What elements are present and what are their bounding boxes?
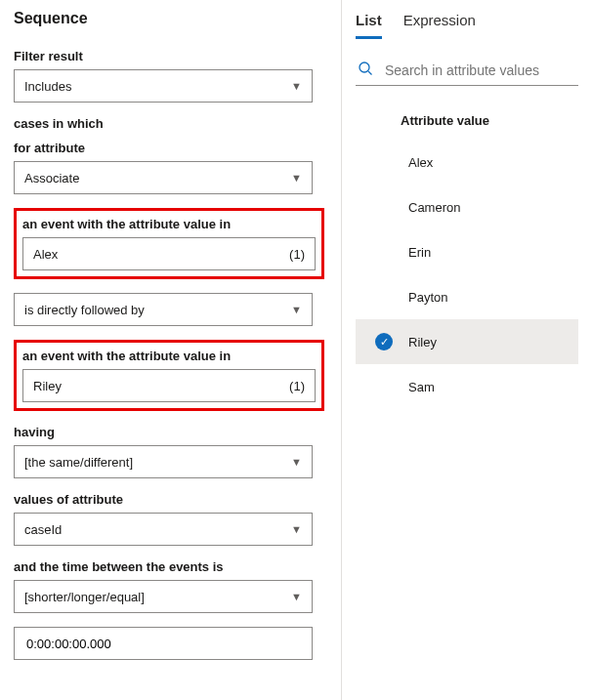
panel-title: Sequence: [14, 10, 327, 27]
check-icon: [375, 153, 393, 171]
chevron-down-icon: ▼: [291, 456, 302, 468]
chevron-down-icon: ▼: [291, 80, 302, 92]
check-icon: [375, 288, 393, 306]
for-attribute-select[interactable]: Associate ▼: [14, 161, 313, 194]
event1-group: an event with the attribute value in Ale…: [14, 208, 324, 279]
tab-expression[interactable]: Expression: [403, 10, 476, 39]
tab-list[interactable]: List: [356, 10, 382, 39]
cases-label: cases in which: [14, 116, 327, 131]
svg-point-0: [359, 62, 369, 72]
search-input[interactable]: [383, 62, 576, 79]
filter-result-value: Includes: [24, 79, 71, 94]
attribute-item-label: Sam: [408, 380, 435, 394]
attribute-item-label: Erin: [408, 245, 431, 260]
values-attr-select[interactable]: caseId ▼: [14, 513, 313, 546]
attribute-item[interactable]: Payton: [356, 274, 578, 319]
tabs: List Expression: [356, 10, 578, 39]
attribute-item[interactable]: Cameron: [356, 185, 578, 229]
attribute-item[interactable]: Alex: [356, 140, 578, 185]
time-op-select[interactable]: [shorter/longer/equal] ▼: [14, 580, 313, 613]
event1-count: (1): [289, 247, 305, 262]
time-input-wrapper: [14, 627, 313, 660]
event2-select[interactable]: Riley (1): [22, 369, 316, 402]
event2-group: an event with the attribute value in Ril…: [14, 340, 324, 411]
having-select[interactable]: [the same/different] ▼: [14, 445, 313, 478]
check-icon: [375, 378, 393, 395]
time-label: and the time between the events is: [14, 559, 327, 574]
time-op-value: [shorter/longer/equal]: [24, 590, 145, 604]
event2-value: Riley: [33, 379, 62, 393]
attribute-item-label: Alex: [408, 155, 433, 170]
check-icon: [375, 243, 393, 261]
having-value: [the same/different]: [24, 455, 133, 470]
attribute-item-label: Payton: [408, 290, 447, 305]
attribute-item[interactable]: Erin: [356, 229, 578, 274]
followed-by-select[interactable]: is directly followed by ▼: [14, 293, 313, 326]
check-icon: [375, 198, 393, 216]
event1-label: an event with the attribute value in: [22, 217, 316, 231]
check-icon: ✓: [375, 333, 393, 350]
values-attr-label: values of attribute: [14, 492, 327, 507]
attribute-item-label: Cameron: [408, 200, 460, 215]
search-row: [356, 55, 578, 86]
for-attribute-label: for attribute: [14, 141, 327, 155]
filter-result-label: Filter result: [14, 49, 327, 63]
sequence-panel: Sequence Filter result Includes ▼ cases …: [0, 0, 342, 700]
attribute-item[interactable]: ✓Riley: [356, 319, 578, 364]
event1-value: Alex: [33, 247, 58, 262]
chevron-down-icon: ▼: [291, 591, 302, 602]
search-icon: [358, 61, 373, 79]
values-attr-value: caseId: [24, 522, 62, 537]
attribute-item[interactable]: Sam: [356, 364, 578, 409]
event1-select[interactable]: Alex (1): [22, 237, 316, 270]
chevron-down-icon: ▼: [291, 172, 302, 184]
chevron-down-icon: ▼: [291, 523, 302, 535]
event2-label: an event with the attribute value in: [22, 349, 316, 363]
attribute-header: Attribute value: [356, 113, 578, 140]
attribute-list: AlexCameronErinPayton✓RileySam: [356, 140, 578, 409]
filter-result-select[interactable]: Includes ▼: [14, 69, 313, 103]
time-input[interactable]: [24, 636, 302, 652]
chevron-down-icon: ▼: [291, 304, 302, 315]
followed-by-value: is directly followed by: [24, 303, 145, 317]
event2-count: (1): [289, 379, 305, 393]
svg-line-1: [368, 71, 372, 75]
having-label: having: [14, 425, 327, 439]
attribute-item-label: Riley: [408, 335, 437, 350]
for-attribute-value: Associate: [24, 171, 79, 185]
attribute-panel: List Expression Attribute value AlexCame…: [342, 0, 592, 700]
